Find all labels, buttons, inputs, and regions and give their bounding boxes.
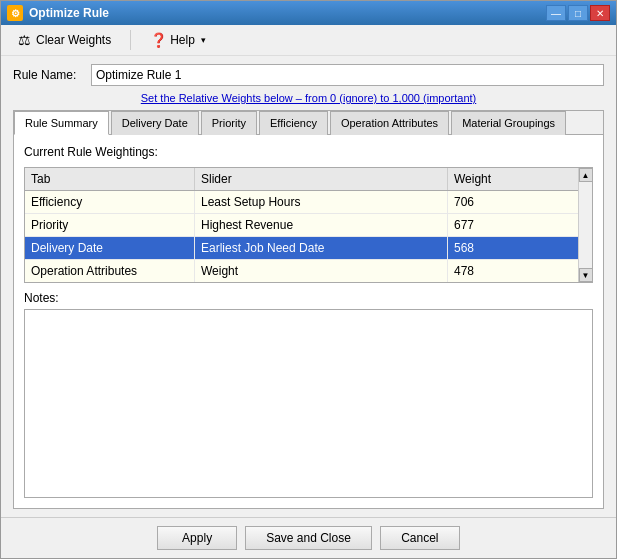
- table-row[interactable]: Operation Attributes Weight 478: [25, 260, 578, 282]
- tab-priority[interactable]: Priority: [201, 111, 257, 135]
- tabs-header: Rule Summary Delivery Date Priority Effi…: [14, 111, 603, 135]
- cell-slider-1: Highest Revenue: [195, 214, 448, 236]
- cell-slider-2: Earliest Job Need Date: [195, 237, 448, 259]
- cell-tab-2: Delivery Date: [25, 237, 195, 259]
- scrollbar-up-button[interactable]: ▲: [579, 168, 593, 182]
- tab-rule-summary-content: Current Rule Weightings: Tab Slider Weig…: [14, 135, 603, 508]
- toolbar-divider: [130, 30, 131, 50]
- table-row[interactable]: Priority Highest Revenue 677: [25, 214, 578, 237]
- help-arrow-icon: ▾: [201, 35, 206, 45]
- title-bar-left: ⚙ Optimize Rule: [7, 5, 109, 21]
- cell-tab-1: Priority: [25, 214, 195, 236]
- current-weights-label: Current Rule Weightings:: [24, 145, 593, 159]
- tab-operation-attributes[interactable]: Operation Attributes: [330, 111, 449, 135]
- cell-tab-3: Operation Attributes: [25, 260, 195, 282]
- maximize-button[interactable]: □: [568, 5, 588, 21]
- hint-text: Set the Relative Weights below – from 0 …: [13, 92, 604, 104]
- window-icon: ⚙: [7, 5, 23, 21]
- table-row[interactable]: Delivery Date Earliest Job Need Date 568: [25, 237, 578, 260]
- cell-tab-0: Efficiency: [25, 191, 195, 213]
- toolbar: ⚖ Clear Weights ❓ Help ▾: [1, 25, 616, 56]
- window-title: Optimize Rule: [29, 6, 109, 20]
- clear-weights-icon: ⚖: [16, 32, 32, 48]
- window-controls: — □ ✕: [546, 5, 610, 21]
- tab-efficiency[interactable]: Efficiency: [259, 111, 328, 135]
- table-main: Tab Slider Weight Efficiency Least Setup…: [25, 168, 578, 282]
- apply-button[interactable]: Apply: [157, 526, 237, 550]
- cell-weight-3: 478: [448, 260, 578, 282]
- tab-rule-summary[interactable]: Rule Summary: [14, 111, 109, 135]
- help-icon: ❓: [150, 32, 166, 48]
- notes-label: Notes:: [24, 291, 593, 305]
- weights-table: Tab Slider Weight Efficiency Least Setup…: [24, 167, 593, 283]
- help-label: Help: [170, 33, 195, 47]
- help-button[interactable]: ❓ Help ▾: [143, 29, 213, 51]
- save-close-button[interactable]: Save and Close: [245, 526, 372, 550]
- table-row[interactable]: Efficiency Least Setup Hours 706: [25, 191, 578, 214]
- table-header: Tab Slider Weight: [25, 168, 578, 191]
- tab-material-groupings[interactable]: Material Groupings: [451, 111, 566, 135]
- cell-weight-0: 706: [448, 191, 578, 213]
- clear-weights-label: Clear Weights: [36, 33, 111, 47]
- rule-name-row: Rule Name:: [13, 64, 604, 86]
- cell-weight-1: 677: [448, 214, 578, 236]
- minimize-button[interactable]: —: [546, 5, 566, 21]
- tab-delivery-date[interactable]: Delivery Date: [111, 111, 199, 135]
- col-weight: Weight: [448, 168, 578, 190]
- cell-slider-3: Weight: [195, 260, 448, 282]
- scrollbar[interactable]: ▲ ▼: [578, 168, 592, 282]
- cell-slider-0: Least Setup Hours: [195, 191, 448, 213]
- clear-weights-button[interactable]: ⚖ Clear Weights: [9, 29, 118, 51]
- content-area: Rule Name: Set the Relative Weights belo…: [1, 56, 616, 517]
- rule-name-input[interactable]: [91, 64, 604, 86]
- tabs-container: Rule Summary Delivery Date Priority Effi…: [13, 110, 604, 509]
- optimize-rule-window: ⚙ Optimize Rule — □ ✕ ⚖ Clear Weights ❓ …: [0, 0, 617, 559]
- table-wrapper: Tab Slider Weight Efficiency Least Setup…: [25, 168, 592, 282]
- notes-section: Notes:: [24, 291, 593, 498]
- cancel-button[interactable]: Cancel: [380, 526, 460, 550]
- col-slider: Slider: [195, 168, 448, 190]
- notes-textarea[interactable]: [24, 309, 593, 498]
- table-body: Efficiency Least Setup Hours 706 Priorit…: [25, 191, 578, 282]
- title-bar: ⚙ Optimize Rule — □ ✕: [1, 1, 616, 25]
- scrollbar-down-button[interactable]: ▼: [579, 268, 593, 282]
- rule-name-label: Rule Name:: [13, 68, 83, 82]
- close-button[interactable]: ✕: [590, 5, 610, 21]
- cell-weight-2: 568: [448, 237, 578, 259]
- col-tab: Tab: [25, 168, 195, 190]
- footer: Apply Save and Close Cancel: [1, 517, 616, 558]
